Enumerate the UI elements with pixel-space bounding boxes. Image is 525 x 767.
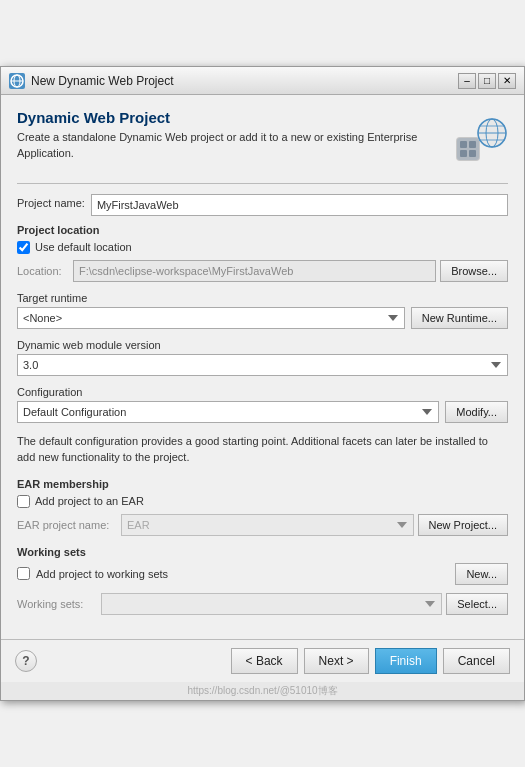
window-icon: [9, 73, 25, 89]
add-to-ear-checkbox[interactable]: [17, 495, 30, 508]
ear-checkbox-row: Add project to an EAR: [17, 495, 508, 508]
configuration-description: The default configuration provides a goo…: [17, 431, 508, 468]
main-window: New Dynamic Web Project – □ ✕: [0, 66, 525, 701]
project-location-group: Project location Use default location Lo…: [17, 224, 508, 282]
help-button[interactable]: ?: [15, 650, 37, 672]
project-name-label: Project name:: [17, 197, 85, 209]
add-to-working-sets-label[interactable]: Add project to working sets: [36, 568, 168, 580]
module-version-row: 3.0: [17, 354, 508, 376]
location-row: Location: Browse...: [17, 260, 508, 282]
default-location-row: Use default location: [17, 241, 508, 254]
modify-button[interactable]: Modify...: [445, 401, 508, 423]
working-sets-group: Working sets Add project to working sets…: [17, 546, 508, 615]
browse-button[interactable]: Browse...: [440, 260, 508, 282]
project-name-row: Project name:: [17, 194, 508, 216]
use-default-location-checkbox[interactable]: [17, 241, 30, 254]
select-working-set-button[interactable]: Select...: [446, 593, 508, 615]
target-runtime-row: <None> New Runtime...: [17, 307, 508, 329]
svg-rect-11: [460, 141, 467, 148]
title-bar: New Dynamic Web Project – □ ✕: [1, 67, 524, 95]
working-sets-checkbox-row: Add project to working sets New...: [17, 563, 508, 585]
minimize-button[interactable]: –: [458, 73, 476, 89]
working-sets-label: Working sets: [17, 546, 508, 558]
maximize-button[interactable]: □: [478, 73, 496, 89]
project-location-label: Project location: [17, 224, 508, 236]
svg-rect-12: [469, 141, 476, 148]
project-name-input[interactable]: [91, 194, 508, 216]
back-button[interactable]: < Back: [231, 648, 298, 674]
configuration-row: Default Configuration Modify...: [17, 401, 508, 423]
ear-project-name-row: EAR project name: EAR New Project...: [17, 514, 508, 536]
target-runtime-label: Target runtime: [17, 292, 508, 304]
new-runtime-button[interactable]: New Runtime...: [411, 307, 508, 329]
module-version-label: Dynamic web module version: [17, 339, 508, 351]
ear-project-name-label: EAR project name:: [17, 519, 117, 531]
new-project-button[interactable]: New Project...: [418, 514, 508, 536]
cancel-button[interactable]: Cancel: [443, 648, 510, 674]
next-button[interactable]: Next >: [304, 648, 369, 674]
configuration-label: Configuration: [17, 386, 508, 398]
watermark: https://blog.csdn.net/@51010博客: [1, 682, 524, 700]
module-version-group: Dynamic web module version 3.0: [17, 339, 508, 376]
footer-buttons: < Back Next > Finish Cancel: [231, 648, 510, 674]
dialog-content: Dynamic Web Project Create a standalone …: [1, 95, 524, 639]
svg-rect-13: [460, 150, 467, 157]
working-sets-field-label: Working sets:: [17, 598, 97, 610]
working-sets-select[interactable]: [101, 593, 442, 615]
configuration-group: Configuration Default Configuration Modi…: [17, 386, 508, 468]
location-input[interactable]: [73, 260, 436, 282]
configuration-select[interactable]: Default Configuration: [17, 401, 439, 423]
target-runtime-group: Target runtime <None> New Runtime...: [17, 292, 508, 329]
working-sets-row: Working sets: Select...: [17, 593, 508, 615]
add-to-ear-label[interactable]: Add project to an EAR: [35, 495, 144, 507]
globe-icon: [454, 109, 508, 163]
ear-membership-label: EAR membership: [17, 478, 508, 490]
ear-membership-group: EAR membership Add project to an EAR EAR…: [17, 478, 508, 536]
window-title: New Dynamic Web Project: [31, 74, 452, 88]
target-runtime-select[interactable]: <None>: [17, 307, 405, 329]
module-version-select[interactable]: 3.0: [17, 354, 508, 376]
close-button[interactable]: ✕: [498, 73, 516, 89]
dialog-footer: ? < Back Next > Finish Cancel: [1, 639, 524, 682]
svg-rect-14: [469, 150, 476, 157]
window-controls: – □ ✕: [458, 73, 516, 89]
add-to-working-sets-checkbox[interactable]: [17, 567, 30, 580]
new-working-set-button[interactable]: New...: [455, 563, 508, 585]
finish-button[interactable]: Finish: [375, 648, 437, 674]
use-default-location-label[interactable]: Use default location: [35, 241, 132, 253]
dialog-title: Dynamic Web Project: [17, 109, 508, 126]
location-label: Location:: [17, 265, 69, 277]
ear-project-name-select[interactable]: EAR: [121, 514, 414, 536]
dialog-description: Create a standalone Dynamic Web project …: [17, 130, 508, 161]
